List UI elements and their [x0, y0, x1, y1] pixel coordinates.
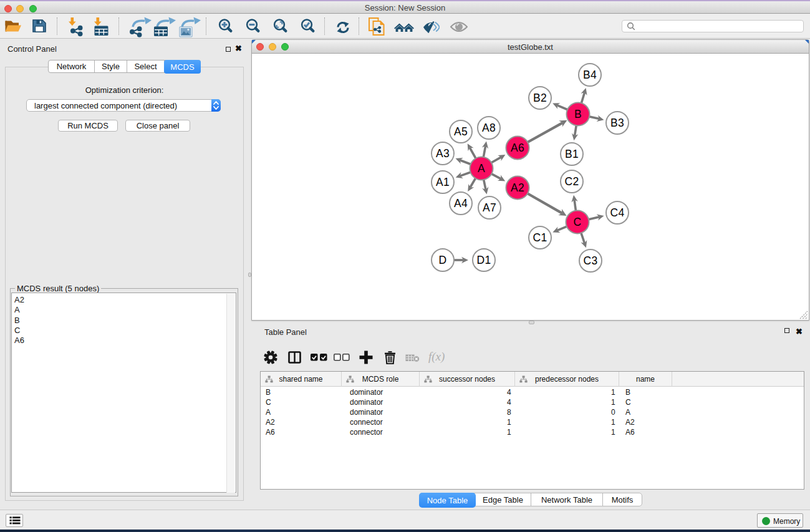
svg-text:A7: A7	[483, 201, 496, 214]
svg-text:C4: C4	[610, 206, 624, 219]
svg-text:A6: A6	[511, 142, 524, 154]
svg-text:D1: D1	[476, 254, 491, 266]
svg-text:A2: A2	[511, 181, 524, 194]
svg-text:B4: B4	[583, 69, 597, 81]
svg-text:A3: A3	[436, 147, 450, 160]
svg-text:B: B	[574, 108, 582, 120]
svg-text:C1: C1	[533, 231, 547, 244]
svg-text:A: A	[478, 162, 485, 175]
svg-text:D: D	[438, 254, 446, 266]
svg-text:A8: A8	[482, 122, 496, 134]
svg-text:B1: B1	[565, 148, 579, 160]
svg-text:A1: A1	[436, 176, 450, 188]
svg-text:B3: B3	[610, 117, 624, 129]
svg-text:C: C	[573, 216, 581, 228]
svg-text:A4: A4	[454, 197, 468, 210]
svg-text:A5: A5	[454, 125, 468, 138]
svg-text:C2: C2	[564, 175, 579, 188]
svg-text:B2: B2	[533, 92, 547, 104]
svg-text:C3: C3	[583, 254, 597, 267]
